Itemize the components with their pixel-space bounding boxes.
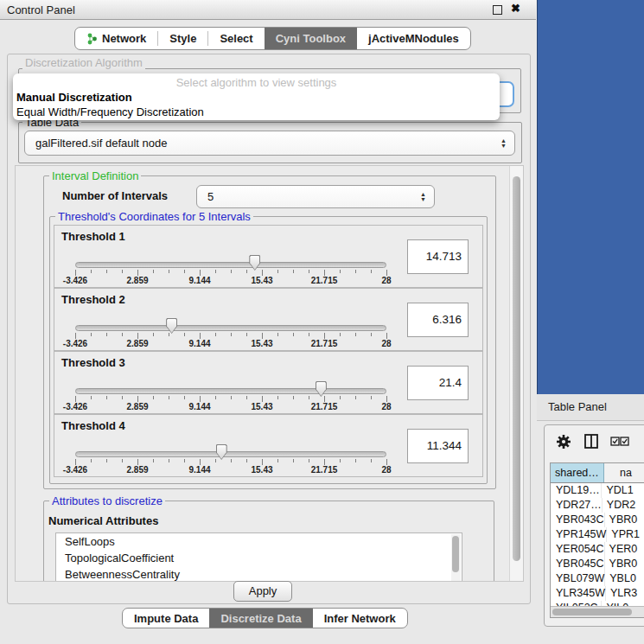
cell-shared-name[interactable]: YLR345W <box>551 586 606 601</box>
thresholds-group-label: Threshold's Coordinates for 5 Intervals <box>55 210 253 223</box>
table-row[interactable]: YBR045CYBR0 <box>551 557 644 571</box>
cell-shared-name[interactable]: YDL19… <box>551 483 602 498</box>
minor-tick <box>153 459 154 462</box>
slider-track[interactable] <box>75 325 386 331</box>
number-of-intervals-combobox[interactable]: 5 ▲▼ <box>196 185 435 208</box>
minor-tick <box>277 333 278 336</box>
minor-tick <box>231 270 232 273</box>
cell-name[interactable]: YLR3 <box>606 586 644 601</box>
slider-handle-icon[interactable] <box>216 444 227 460</box>
table-row[interactable]: YPR145WYPR1 <box>551 527 644 542</box>
slider-track[interactable] <box>75 388 386 394</box>
close-icon[interactable]: ✖ <box>511 2 520 15</box>
table-row[interactable]: YDR27…YDR2 <box>551 498 644 513</box>
table-data-combobox-value: galFiltered.sif default node <box>25 137 501 150</box>
tab-style[interactable]: Style <box>158 28 207 49</box>
slider-handle-icon[interactable] <box>316 381 327 397</box>
minor-tick <box>91 333 92 336</box>
minor-tick <box>340 396 341 399</box>
cell-shared-name[interactable]: YBR045C <box>551 557 605 571</box>
major-tick <box>137 459 138 465</box>
threshold-value-field[interactable]: 21.4 <box>407 366 469 400</box>
threshold-value-field[interactable]: 11.344 <box>407 429 469 463</box>
cell-name[interactable]: YBL0 <box>605 571 644 586</box>
panel-vertical-scrollbar[interactable] <box>509 166 523 581</box>
table-row[interactable]: YLR345WYLR3 <box>551 586 644 601</box>
cell-name[interactable]: YDR2 <box>603 498 644 513</box>
apply-button[interactable]: Apply <box>233 581 292 602</box>
cell-shared-name[interactable]: YBL079W <box>551 571 605 586</box>
cell-name[interactable]: YER0 <box>605 542 644 557</box>
slider-track[interactable] <box>75 451 386 457</box>
numerical-attributes-list[interactable]: SelfLoopsTopologicalCoefficientBetweenne… <box>55 532 462 582</box>
major-tick <box>262 459 263 465</box>
node-attribute-table[interactable]: shared… na YDL19…YDL1YDR27…YDR2YBR043CYB… <box>550 462 644 618</box>
minor-tick <box>184 333 185 336</box>
tab-cyni-toolbox[interactable]: Cyni Toolbox <box>265 28 357 49</box>
tab-discretize-data[interactable]: Discretize Data <box>209 609 312 628</box>
interval-definition-group-label: Interval Definition <box>49 169 141 182</box>
slider-handle-icon[interactable] <box>166 318 177 334</box>
threshold-slider[interactable]: -3.4262.8599.14415.4321.71528 <box>75 415 386 476</box>
tab-impute-data[interactable]: Impute Data <box>123 609 209 628</box>
minor-tick <box>153 333 154 336</box>
tick-label: 2.859 <box>126 339 148 348</box>
minor-tick <box>106 270 107 273</box>
minor-tick <box>246 333 247 336</box>
cell-name[interactable]: YBR0 <box>605 557 644 571</box>
table-row[interactable]: YER054CYER0 <box>551 542 644 557</box>
column-layout-icon[interactable] <box>584 434 598 449</box>
cell-shared-name[interactable]: YBR043C <box>551 513 605 527</box>
attributes-group-label: Attributes to discretize <box>49 494 165 507</box>
attribute-item-selfloops[interactable]: SelfLoops <box>56 533 462 550</box>
threshold-slider[interactable]: -3.4262.8599.14415.4321.71528 <box>75 226 386 287</box>
table-data-combobox[interactable]: galFiltered.sif default node ▲▼ <box>24 131 515 156</box>
attribute-item-topologicalcoefficient[interactable]: TopologicalCoefficient <box>56 550 462 566</box>
cell-name[interactable]: YPR1 <box>607 527 644 542</box>
column-header-shared-name[interactable]: shared… <box>551 463 604 482</box>
table-horizontal-scrollbar[interactable] <box>551 606 644 617</box>
minor-tick <box>231 459 232 462</box>
threshold-slider[interactable]: -3.4262.8599.14415.4321.71528 <box>75 289 386 350</box>
control-panel-title: Control Panel <box>7 3 75 16</box>
minor-tick <box>309 396 309 399</box>
threshold-slider[interactable]: -3.4262.8599.14415.4321.71528 <box>75 352 386 413</box>
tab-select[interactable]: Select <box>208 28 264 49</box>
tab-label: Impute Data <box>134 612 198 625</box>
tab-jactivemnodules[interactable]: jActiveMNodules <box>357 28 470 49</box>
tick-label: -3.426 <box>63 402 87 411</box>
float-window-icon[interactable] <box>493 5 502 15</box>
popup-option-equal-width-frequency[interactable]: Equal Width/Frequency Discretization <box>16 105 204 118</box>
minor-tick <box>184 459 185 462</box>
threshold-card-2: Threshold 2 -3.4262.8599.14415.4321.7152… <box>54 288 483 351</box>
cell-name[interactable]: YDL1 <box>602 483 644 498</box>
checkbox-columns-icon[interactable] <box>610 437 629 446</box>
table-row[interactable]: YBL079WYBL0 <box>551 571 644 586</box>
slider-handle-icon[interactable] <box>249 255 260 271</box>
tab-network[interactable]: Network <box>75 28 157 49</box>
minor-tick <box>293 270 294 273</box>
tab-infer-network[interactable]: Infer Network <box>313 609 407 628</box>
attribute-item-betweennesscentrality[interactable]: BetweennessCentrality <box>56 566 462 582</box>
table-row[interactable]: YBR043CYBR0 <box>551 513 644 527</box>
table-row[interactable]: YDL19…YDL1 <box>551 483 644 498</box>
cell-shared-name[interactable]: YPR145W <box>551 527 607 542</box>
tick-label: 21.715 <box>311 465 338 475</box>
tick-label: 9.144 <box>188 465 210 475</box>
minor-tick <box>309 459 309 462</box>
threshold-value-field[interactable]: 14.713 <box>407 239 469 274</box>
tick-label: 21.715 <box>311 339 338 348</box>
cell-shared-name[interactable]: YDR27… <box>551 498 603 513</box>
column-header-name[interactable]: na <box>604 463 644 482</box>
cell-shared-name[interactable]: YER054C <box>551 542 605 557</box>
major-tick <box>386 270 387 276</box>
threshold-value-field[interactable]: 6.316 <box>407 303 469 337</box>
number-of-intervals-value: 5 <box>197 190 420 203</box>
gear-icon[interactable] <box>556 434 571 450</box>
slider-track[interactable] <box>75 262 386 268</box>
attributes-list-scrollbar[interactable] <box>451 534 461 582</box>
popup-option-manual-discretization[interactable]: Manual Discretization <box>16 91 132 104</box>
discretization-algorithm-group-label: Discretization Algorithm <box>22 56 145 69</box>
major-tick <box>200 396 201 402</box>
cell-name[interactable]: YBR0 <box>605 513 644 527</box>
